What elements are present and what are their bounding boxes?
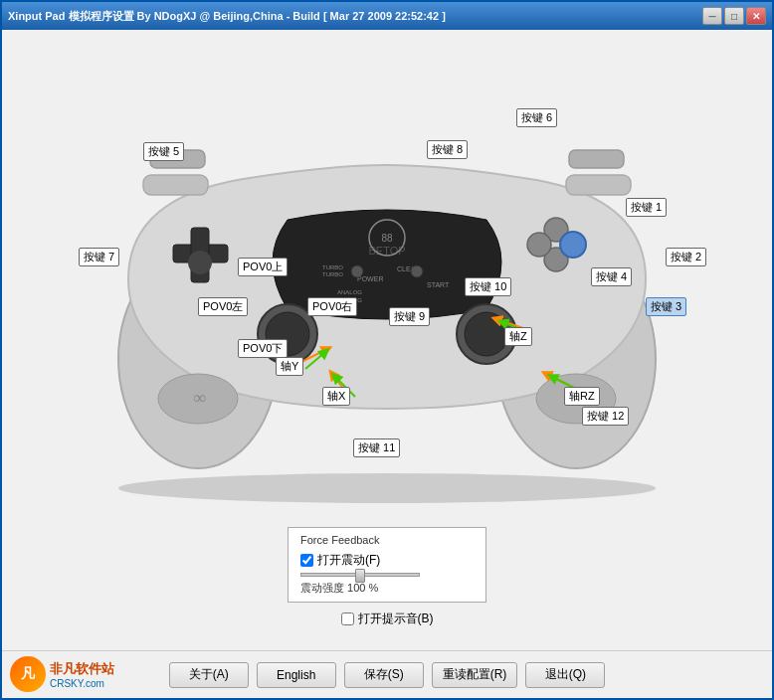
exit-button[interactable]: 退出(Q): [525, 662, 605, 688]
footer-logo: 凡 非凡软件站 CRSKY.com: [2, 650, 161, 698]
intensity-slider-track[interactable]: [300, 573, 420, 577]
beep-checkbox[interactable]: [341, 612, 354, 625]
label-axis-rz: 轴RZ: [564, 387, 600, 406]
label-btn8: 按键 8: [427, 140, 468, 159]
label-btn4: 按键 4: [591, 267, 632, 286]
label-btn10: 按键 10: [465, 277, 511, 296]
label-btn11: 按键 11: [353, 438, 400, 457]
english-button[interactable]: English: [257, 662, 336, 688]
label-pov-left: POV0左: [198, 297, 248, 316]
beep-label: 打开提示音(B): [358, 611, 434, 627]
svg-text:∞: ∞: [193, 388, 206, 408]
close-button[interactable]: ✕: [746, 7, 766, 25]
button-bar: 凡 非凡软件站 CRSKY.com 关于(A) English 保存(S) 重读…: [2, 650, 772, 698]
svg-text:TURBO: TURBO: [322, 264, 343, 270]
vibration-label: 打开震动(F): [317, 552, 380, 569]
label-btn9: 按键 9: [389, 307, 430, 326]
svg-rect-21: [566, 175, 631, 195]
svg-rect-20: [143, 175, 208, 195]
save-button[interactable]: 保存(S): [344, 662, 424, 688]
svg-point-18: [527, 233, 551, 257]
label-btn1: 按键 1: [626, 198, 667, 217]
bottom-panel: Force Feedback 打开震动(F) 震动强度 100 % 打开提示音(…: [2, 519, 772, 648]
minimize-button[interactable]: ─: [702, 7, 722, 25]
logo-line2: CRSKY.com: [50, 678, 114, 689]
reload-button[interactable]: 重读配置(R): [432, 662, 518, 688]
label-btn12: 按键 12: [582, 407, 629, 426]
controller-area: BETOP 88 POWER CLEAR TURBO TURBO ANALOG …: [2, 30, 772, 559]
maximize-button[interactable]: □: [724, 7, 744, 25]
intensity-label: 震动强度 100 %: [300, 581, 474, 596]
label-btn5: 按键 5: [143, 142, 184, 161]
logo-icon: 凡: [10, 656, 46, 692]
svg-point-29: [411, 265, 423, 277]
label-axis-z: 轴Z: [504, 327, 532, 346]
svg-point-15: [188, 251, 212, 274]
force-feedback-group: Force Feedback 打开震动(F) 震动强度 100 %: [288, 527, 486, 603]
label-axis-y: 轴Y: [276, 357, 303, 376]
vibration-row: 打开震动(F): [300, 552, 474, 569]
logo-line1: 非凡软件站: [50, 660, 114, 678]
label-btn7: 按键 7: [79, 248, 119, 266]
content-area: BETOP 88 POWER CLEAR TURBO TURBO ANALOG …: [2, 30, 772, 698]
slider-row: [300, 573, 474, 577]
label-pov-right: POV0右: [307, 297, 357, 316]
title-bar-controls: ─ □ ✕: [702, 7, 766, 25]
label-pov-down: POV0下: [238, 339, 288, 358]
about-button[interactable]: 关于(A): [169, 662, 249, 688]
label-btn3: 按键 3: [646, 297, 686, 316]
label-btn2: 按键 2: [666, 248, 706, 266]
svg-text:88: 88: [381, 233, 393, 244]
svg-point-27: [465, 312, 508, 356]
label-btn6: 按键 6: [516, 108, 557, 127]
vibration-checkbox[interactable]: [300, 554, 313, 567]
main-window: Xinput Pad 模拟程序设置 By NDogXJ @ Beijing,Ch…: [0, 0, 774, 700]
logo-text: 非凡软件站 CRSKY.com: [50, 660, 114, 689]
title-bar: Xinput Pad 模拟程序设置 By NDogXJ @ Beijing,Ch…: [2, 2, 772, 30]
intensity-slider-thumb: [355, 569, 365, 583]
svg-text:TURBO: TURBO: [322, 271, 343, 277]
svg-rect-23: [569, 150, 624, 168]
label-axis-x: 轴X: [322, 387, 350, 406]
svg-point-0: [118, 473, 656, 503]
svg-point-19: [560, 232, 586, 258]
svg-text:ANALOG: ANALOG: [337, 289, 362, 295]
svg-point-28: [351, 265, 363, 277]
label-pov-up: POV0上: [238, 258, 288, 276]
controller-wrapper: BETOP 88 POWER CLEAR TURBO TURBO ANALOG …: [39, 81, 735, 508]
svg-text:START: START: [427, 281, 450, 288]
beep-row: 打开提示音(B): [341, 611, 434, 627]
force-feedback-title: Force Feedback: [300, 534, 474, 546]
title-bar-text: Xinput Pad 模拟程序设置 By NDogXJ @ Beijing,Ch…: [8, 9, 702, 24]
